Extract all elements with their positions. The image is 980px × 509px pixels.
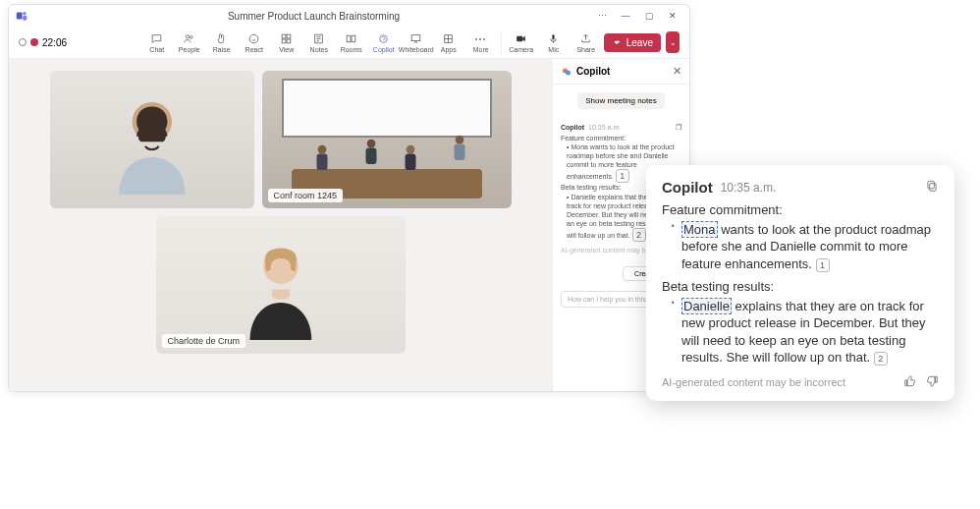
react-button[interactable]: React (240, 32, 269, 53)
copy-button[interactable] (925, 179, 939, 196)
react-icon (247, 32, 260, 45)
svg-point-23 (406, 145, 414, 154)
svg-rect-0 (17, 13, 23, 20)
raise-icon (215, 32, 228, 45)
titlebar: Summer Product Launch Brainstorming ⋯ — … (9, 5, 689, 27)
share-icon (579, 32, 592, 45)
conf-room-scene (262, 71, 512, 208)
video-tile-1[interactable] (50, 71, 254, 208)
reference-badge[interactable]: 2 (874, 352, 888, 366)
whiteboard-button[interactable]: Whiteboard (402, 32, 431, 53)
leave-button[interactable]: Leave (604, 33, 661, 52)
copilot-panel-title: Copilot (576, 66, 669, 77)
svg-point-5 (249, 34, 258, 43)
raise-button[interactable]: Raise (207, 32, 237, 53)
copilot-icon (377, 32, 390, 45)
svg-rect-20 (316, 154, 327, 171)
leave-dropdown[interactable]: ⌄ (666, 31, 680, 53)
svg-rect-8 (282, 39, 286, 43)
view-icon (280, 32, 293, 45)
participant-avatar (193, 230, 368, 340)
svg-rect-12 (352, 35, 355, 42)
show-meeting-notes-button[interactable]: Show meeting notes (577, 92, 665, 109)
leave-icon (612, 37, 623, 48)
record-outline-icon (19, 38, 27, 46)
svg-rect-6 (282, 34, 286, 38)
thumbs-down-icon (925, 374, 939, 388)
record-dot-icon (30, 38, 38, 46)
chat-icon (150, 32, 163, 45)
svg-point-25 (455, 136, 463, 144)
notes-button[interactable]: Notes (304, 32, 334, 53)
view-button[interactable]: View (272, 32, 301, 53)
copilot-button[interactable]: Copilot (369, 32, 399, 53)
popup-body: Feature commitment: Mona wants to look a… (662, 201, 939, 367)
svg-point-1 (23, 12, 27, 15)
svg-rect-31 (928, 181, 934, 189)
tile-label: Charlotte de Crum (162, 334, 246, 348)
section-title: Beta testing results: (662, 278, 939, 296)
copy-icon (925, 179, 939, 193)
video-tile-3[interactable]: Charlotte de Crum (156, 216, 406, 354)
minimize-icon[interactable]: — (615, 8, 636, 24)
svg-rect-16 (517, 35, 522, 40)
window-title: Summer Product Launch Brainstorming (36, 11, 591, 22)
tile-label: Conf room 1245 (268, 189, 344, 202)
rooms-button[interactable]: Rooms (337, 32, 366, 53)
svg-point-29 (566, 70, 571, 75)
bullet-item: Mona wants to look at the product roadma… (672, 221, 939, 273)
mic-icon (547, 32, 560, 45)
bullet-item: Danielle explains that they are on track… (672, 298, 939, 367)
apps-icon (442, 32, 455, 45)
mention-highlight[interactable]: Mona (681, 221, 718, 238)
video-stage: Conf room 1245 Charlotte de Crum (9, 59, 552, 391)
teams-icon (15, 9, 28, 23)
notes-icon (312, 32, 325, 45)
thumbs-up-button[interactable] (903, 374, 917, 391)
section-title: Feature commitment: (662, 201, 939, 219)
popup-time: 10:35 a.m. (721, 181, 777, 195)
recording-indicator: 22:06 (19, 37, 67, 48)
participant-avatar (81, 85, 224, 195)
svg-point-21 (366, 140, 375, 148)
share-button[interactable]: Share (572, 32, 601, 53)
svg-rect-11 (347, 35, 351, 42)
people-button[interactable]: People (175, 32, 204, 53)
people-icon (183, 32, 195, 45)
svg-rect-9 (287, 39, 291, 43)
chat-button[interactable]: Chat (142, 32, 172, 53)
copilot-popup: Copilot 10:35 a.m. Feature commitment: M… (646, 165, 954, 401)
copilot-logo-icon (561, 66, 572, 78)
svg-point-13 (380, 34, 388, 42)
maximize-icon[interactable]: ▢ (638, 8, 660, 24)
timer: 22:06 (42, 37, 67, 48)
svg-point-4 (191, 35, 193, 38)
more-icon: ⋯ (474, 32, 487, 45)
svg-rect-30 (930, 184, 936, 192)
close-icon[interactable]: ✕ (662, 8, 683, 24)
apps-button[interactable]: Apps (434, 32, 463, 53)
thumbs-down-button[interactable] (925, 374, 939, 391)
more-window-icon[interactable]: ⋯ (591, 8, 613, 24)
svg-point-19 (317, 145, 326, 154)
svg-rect-22 (365, 148, 376, 165)
svg-rect-2 (23, 16, 27, 21)
mic-button[interactable]: Mic (539, 32, 569, 53)
rooms-icon (345, 32, 357, 45)
meeting-toolbar: 22:06 Chat People Raise React View Notes… (9, 27, 689, 59)
more-button[interactable]: ⋯More (466, 32, 496, 53)
thumbs-up-icon (903, 374, 917, 388)
mention-highlight[interactable]: Danielle (681, 298, 732, 314)
close-panel-icon[interactable]: ✕ (673, 65, 681, 78)
reference-badge[interactable]: 1 (816, 258, 830, 272)
svg-rect-24 (405, 154, 415, 171)
camera-button[interactable]: Camera (507, 32, 536, 53)
meeting-window: Summer Product Launch Brainstorming ⋯ — … (8, 4, 690, 392)
svg-point-3 (187, 34, 190, 37)
camera-icon (515, 32, 527, 45)
popup-author: Copilot (662, 179, 713, 196)
svg-rect-17 (553, 34, 555, 39)
whiteboard-icon (409, 32, 422, 45)
video-tile-conf-room[interactable]: Conf room 1245 (262, 71, 512, 208)
svg-rect-14 (411, 34, 420, 40)
